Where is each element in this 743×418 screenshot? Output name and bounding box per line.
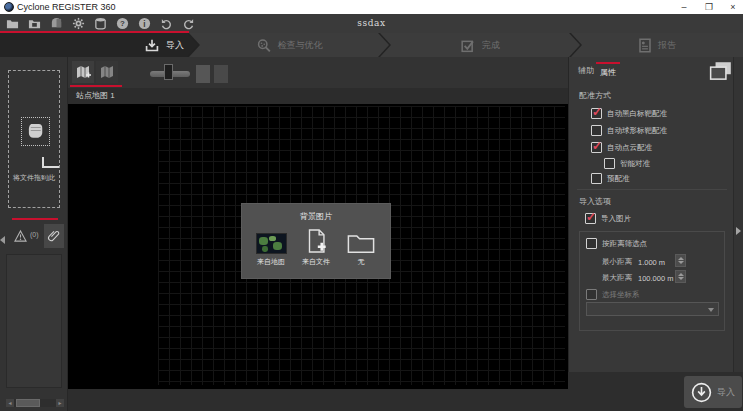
panel-expand-arrow[interactable]	[736, 227, 741, 235]
coordinate-system-dropdown[interactable]	[586, 302, 719, 316]
warning-count: (0)	[30, 231, 39, 238]
workflow-bar: 导入 检查与优化 完成 报告	[0, 33, 743, 57]
sitemap-add-icon	[75, 64, 91, 80]
add-sitemap-tab[interactable]	[72, 61, 94, 83]
chevron-down-icon	[708, 308, 714, 312]
title-bar: Cyclone REGISTER 360 – ❐ ×	[0, 0, 743, 15]
map-tool-button-1[interactable]	[196, 65, 210, 83]
min-distance-value[interactable]: 1.000 m	[638, 258, 665, 267]
tab-report[interactable]: 报告	[571, 33, 743, 57]
option-from-map[interactable]: 来自地图	[250, 226, 292, 267]
checkbox-coordinate-system[interactable]	[586, 289, 597, 300]
canvas-footer	[68, 389, 568, 411]
sitemap-label: 站点地图 1	[76, 91, 115, 100]
drop-corner-bracket	[42, 157, 59, 168]
checkbox-auto-bw-target[interactable]	[591, 108, 602, 119]
zoom-slider-handle[interactable]	[164, 64, 173, 80]
registration-section-title: 配准方式	[579, 90, 611, 101]
option-from-file[interactable]: 来自文件	[295, 226, 337, 267]
app-title: Cyclone REGISTER 360	[17, 2, 116, 12]
minimize-button[interactable]: –	[674, 0, 694, 14]
checkbox-distance-filter[interactable]	[586, 238, 597, 249]
import-button[interactable]: 导入	[684, 376, 742, 408]
cascade-windows-icon[interactable]	[709, 61, 733, 82]
drag-hand-icon	[21, 117, 50, 146]
attachments-panel	[6, 254, 62, 388]
checkbox-auto-cloud[interactable]	[591, 142, 602, 153]
properties-panel: 辅助 属性 配准方式 自动黑白标靶配准 自动球形标靶配准 自动点云配准 智能对准…	[568, 57, 733, 372]
warning-triangle-icon	[14, 230, 27, 242]
sidebar-collapse-arrow[interactable]	[0, 236, 5, 244]
background-image-dialog: 背景图片 来自地图 来自文件 无	[241, 203, 391, 279]
min-distance-label: 最小距离	[602, 257, 632, 267]
panel-expand-strip	[733, 57, 743, 372]
project-name: ssdax	[0, 18, 743, 28]
close-button[interactable]: ×	[723, 0, 743, 14]
dropzone-label: 将文件拖到此	[9, 173, 59, 183]
scrollbar-thumb[interactable]	[16, 399, 40, 407]
desktop-strip	[0, 411, 743, 418]
tab-review-optimize[interactable]: 检查与优化	[189, 33, 389, 57]
checkbox-auto-sphere-target[interactable]	[591, 125, 602, 136]
sidebar-hscrollbar[interactable]: ◄ ►	[6, 399, 64, 407]
maptab-accent-line	[70, 85, 122, 87]
file-add-icon	[306, 226, 327, 254]
scroll-right-arrow[interactable]: ►	[56, 399, 64, 407]
import-circle-arrow-icon	[691, 382, 712, 403]
paperclip-icon	[48, 229, 60, 242]
max-distance-stepper[interactable]	[675, 270, 686, 283]
max-distance-label: 最大距离	[602, 273, 632, 283]
tab-import[interactable]: 导入	[0, 33, 198, 57]
min-distance-stepper[interactable]	[675, 254, 686, 267]
map-tool-button-2[interactable]	[214, 65, 228, 83]
map-toolbar	[68, 57, 568, 88]
left-sidebar: 将文件拖到此 (0) ◄ ►	[0, 57, 68, 411]
world-map-icon	[256, 226, 287, 254]
distance-filter-group: 按距离筛选点 最小距离 1.000 m 最大距离 100.000 m 选择坐标系	[579, 231, 725, 331]
max-distance-value[interactable]: 100.000 m	[638, 274, 673, 283]
empty-folder-icon	[347, 226, 375, 254]
tab-assist[interactable]: 辅助	[574, 62, 598, 79]
sitemap-tab[interactable]	[96, 61, 118, 83]
import-options-title: 导入选项	[579, 196, 611, 207]
warnings-tab[interactable]	[14, 228, 27, 246]
option-none[interactable]: 无	[340, 226, 382, 267]
app-window: Cyclone REGISTER 360 – ❐ × ? i ssdax 导入 …	[0, 0, 743, 418]
sitemap-label-bar: 站点地图 1	[68, 88, 568, 104]
maximize-button[interactable]: ❐	[699, 0, 719, 14]
sitemap-icon	[99, 64, 115, 80]
scroll-left-arrow[interactable]: ◄	[6, 399, 14, 407]
file-dropzone[interactable]: 将文件拖到此	[8, 70, 60, 208]
checkbox-pre-registration[interactable]	[591, 173, 602, 184]
tab-finalize[interactable]: 完成	[380, 33, 580, 57]
checkbox-import-images[interactable]	[585, 213, 596, 224]
dialog-title: 背景图片	[242, 211, 390, 222]
sidebar-tab-strip: (0)	[10, 224, 64, 248]
checkbox-smart-align[interactable]	[604, 158, 615, 169]
tab-properties[interactable]: 属性	[596, 62, 620, 81]
section-divider	[577, 189, 727, 190]
attachments-tab[interactable]	[44, 224, 64, 248]
app-logo-icon	[4, 2, 14, 12]
sidebar-accent-line	[12, 218, 58, 220]
